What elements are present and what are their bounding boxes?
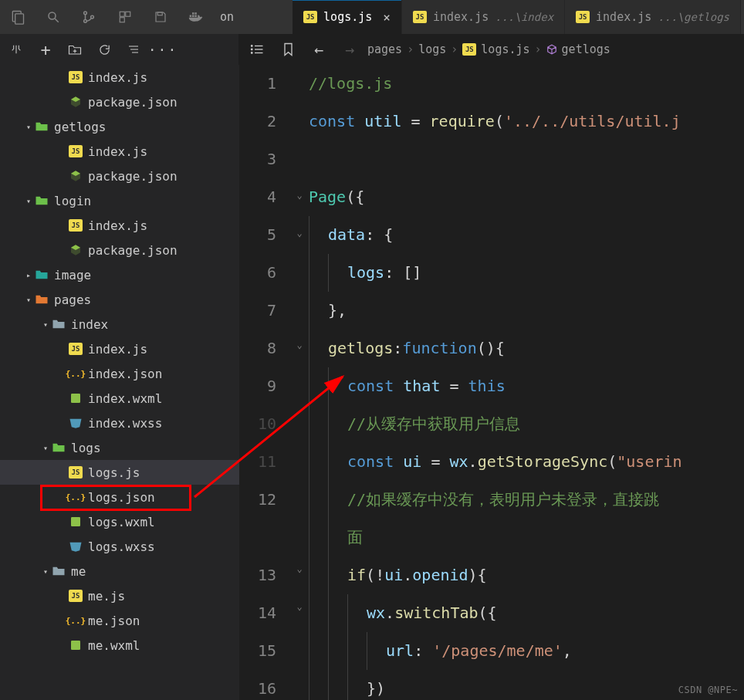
tree-item[interactable]: {..}index.json — [0, 361, 239, 386]
tree-item[interactable]: JSme.js — [0, 583, 239, 608]
svg-point-27 — [252, 46, 253, 47]
tree-item[interactable]: ▾login — [0, 188, 239, 213]
sidebar-toolbar: + ··· — [0, 34, 239, 65]
chevron-right-icon: › — [407, 42, 414, 56]
svg-point-2 — [49, 12, 56, 19]
svg-rect-13 — [194, 15, 197, 18]
tree-item[interactable]: ▾me — [0, 559, 239, 583]
chevron-right-icon: › — [535, 42, 542, 56]
source-control-icon[interactable] — [74, 2, 103, 32]
line-numbers: 12345678910111213141516 — [239, 65, 290, 700]
tree-item[interactable]: ▾getlogs — [0, 114, 239, 139]
editor-toolbar: ← → pages › logs › JS logs.js › getlogs — [239, 34, 744, 65]
tree-item[interactable]: package.json — [0, 164, 239, 188]
tree-item[interactable]: package.json — [0, 238, 239, 262]
tab-label: index.js — [596, 10, 651, 24]
tree-item[interactable]: ▾index — [0, 312, 239, 336]
tree-item[interactable]: logs.wxml — [0, 509, 239, 534]
breadcrumb-seg[interactable]: pages — [367, 42, 402, 56]
tab-index-js-2[interactable]: JS index.js ...\getlogs — [565, 0, 741, 34]
new-folder-icon[interactable] — [62, 36, 88, 63]
js-icon: JS — [576, 11, 590, 23]
svg-rect-9 — [120, 18, 124, 22]
bookmark-icon[interactable] — [275, 36, 301, 63]
sidebar: + ··· JSindex.jspackage.json▾getlogsJSin… — [0, 34, 239, 700]
svg-point-5 — [84, 19, 87, 22]
svg-point-29 — [252, 52, 253, 54]
js-icon: JS — [413, 11, 427, 23]
svg-rect-22 — [71, 517, 80, 526]
code-area[interactable]: 12345678910111213141516 ⌄⌄⌄⌄⌄ //logs.jsc… — [239, 65, 744, 700]
method-icon — [546, 44, 557, 55]
svg-point-28 — [252, 49, 253, 50]
svg-rect-15 — [194, 12, 197, 15]
svg-point-4 — [84, 12, 87, 15]
more-icon[interactable]: ··· — [150, 36, 176, 63]
tree-item[interactable]: package.json — [0, 90, 239, 114]
tree-item[interactable]: JSindex.js — [0, 336, 239, 361]
js-icon: JS — [462, 43, 476, 56]
svg-line-3 — [56, 19, 59, 22]
refresh-icon[interactable] — [91, 36, 117, 63]
svg-rect-1 — [15, 14, 24, 24]
tree-item[interactable]: JSindex.js — [0, 139, 239, 164]
close-icon[interactable]: × — [383, 10, 391, 25]
new-file-icon[interactable]: + — [32, 36, 59, 63]
svg-rect-21 — [71, 394, 80, 403]
tree-item[interactable]: ▾pages — [0, 287, 239, 312]
tab-hint: ...\index — [495, 11, 553, 23]
list-icon[interactable] — [244, 36, 270, 63]
tree-item[interactable]: logs.wxss — [0, 534, 239, 559]
collapse-all-icon[interactable] — [120, 36, 147, 63]
docker-icon[interactable] — [181, 2, 211, 32]
tree-item[interactable]: ▾logs — [0, 435, 239, 460]
save-icon[interactable] — [146, 2, 175, 32]
forward-icon[interactable]: → — [336, 36, 363, 63]
chevron-right-icon: › — [451, 42, 458, 56]
svg-rect-7 — [120, 12, 124, 16]
breadcrumb-seg[interactable]: logs — [418, 42, 446, 56]
tree-item[interactable]: {..}logs.json — [0, 485, 239, 509]
tree-item[interactable]: JSlogs.js — [0, 460, 239, 485]
tab-index-js-1[interactable]: JS index.js ...\index — [402, 0, 565, 34]
watermark: CSDN @NPE~ — [678, 685, 738, 695]
editor-tabs: JS logs.js × JS index.js ...\index JS in… — [293, 0, 741, 34]
tab-label: index.js — [433, 10, 489, 24]
breadcrumb-seg[interactable]: logs.js — [481, 42, 529, 56]
svg-rect-8 — [125, 12, 130, 16]
extensions-icon[interactable] — [110, 2, 140, 32]
editor: ← → pages › logs › JS logs.js › getlogs … — [239, 34, 744, 700]
file-tree[interactable]: JSindex.jspackage.json▾getlogsJSindex.js… — [0, 65, 239, 700]
activity-bar: on JS logs.js × JS index.js ...\index JS… — [0, 0, 744, 34]
svg-rect-10 — [157, 12, 162, 15]
svg-rect-12 — [192, 15, 194, 18]
tree-item[interactable]: ▸image — [0, 262, 239, 287]
svg-rect-11 — [190, 15, 192, 18]
svg-point-6 — [91, 15, 94, 19]
explorer-icon[interactable] — [3, 2, 32, 32]
svg-rect-14 — [192, 12, 194, 15]
svg-rect-23 — [71, 641, 80, 650]
tree-item[interactable]: JSindex.js — [0, 65, 239, 90]
tree-item[interactable]: me.wxml — [0, 633, 239, 658]
tab-logs-js[interactable]: JS logs.js × — [293, 0, 402, 34]
topstrip-text: on — [217, 10, 237, 24]
filter-icon[interactable] — [3, 36, 29, 63]
tree-item[interactable]: index.wxss — [0, 411, 239, 435]
tab-hint: ...\getlogs — [658, 11, 729, 23]
code-content[interactable]: //logs.jsconst util = require('../../uti… — [309, 65, 744, 700]
tree-item[interactable]: {..}me.json — [0, 608, 239, 633]
back-icon[interactable]: ← — [306, 36, 332, 63]
js-icon: JS — [303, 11, 317, 23]
tree-item[interactable]: JSindex.js — [0, 213, 239, 238]
tab-label: logs.js — [323, 10, 372, 24]
fold-column[interactable]: ⌄⌄⌄⌄⌄ — [290, 65, 309, 700]
breadcrumb-seg[interactable]: getlogs — [562, 42, 610, 56]
tree-item[interactable]: index.wxml — [0, 386, 239, 411]
search-icon[interactable] — [39, 2, 68, 32]
